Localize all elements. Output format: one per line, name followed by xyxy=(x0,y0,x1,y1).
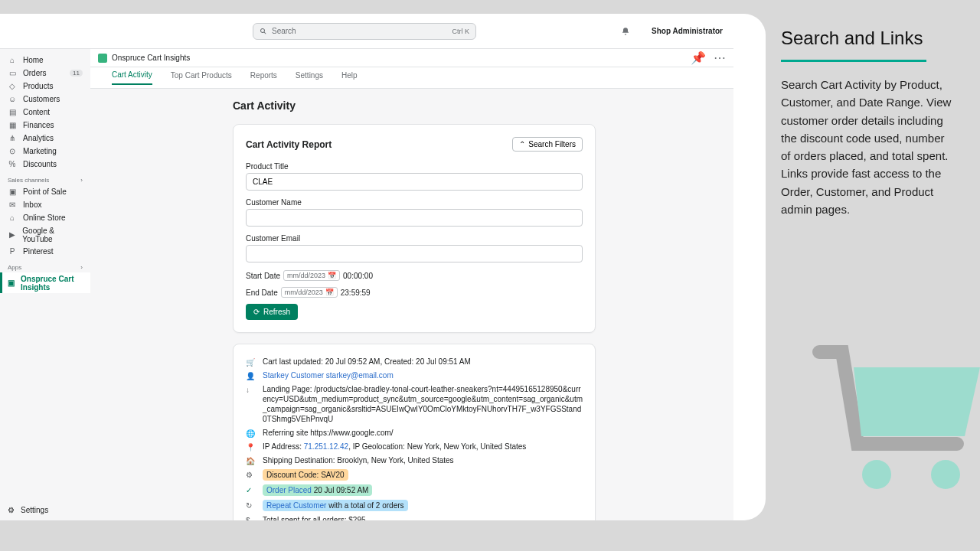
cart-icon: 🛒 xyxy=(246,357,255,367)
orders-badge: 11 xyxy=(70,70,83,77)
app-frame: Search Ctrl K Shop Administrator ⌂Home ▭… xyxy=(0,14,733,520)
product-title-label: Product Title xyxy=(246,162,583,171)
svg-point-1 xyxy=(931,460,960,489)
nav-customers[interactable]: ☺Customers xyxy=(0,93,90,106)
start-date-input[interactable]: mm/dd/2023 📅 xyxy=(283,270,340,281)
user-icon: 👤 xyxy=(246,371,255,380)
start-date-row: Start Date mm/dd/2023 📅 00:00:00 xyxy=(246,270,583,281)
nav-pos[interactable]: ▣Point of Sale xyxy=(0,185,90,198)
nav-finances[interactable]: ▦Finances xyxy=(0,119,90,132)
nav-content[interactable]: ▤Content xyxy=(0,106,90,119)
tab-settings[interactable]: Settings xyxy=(296,71,323,84)
products-icon: ◇ xyxy=(8,82,17,91)
apps-header: Apps› xyxy=(0,258,90,272)
tab-reports[interactable]: Reports xyxy=(250,71,277,84)
content-icon: ▤ xyxy=(8,108,17,117)
nav-online-store[interactable]: ⌂Online Store xyxy=(0,211,90,224)
app-header: Onspruce Cart Insights 📌 ⋯ xyxy=(90,49,733,67)
nav-orders[interactable]: ▭Orders11 xyxy=(0,67,90,80)
sales-channels-header: Sales channels› xyxy=(0,171,90,185)
nav-inbox[interactable]: ✉Inbox xyxy=(0,198,90,211)
customer-link[interactable]: Starkey Customer xyxy=(263,371,324,380)
svg-point-0 xyxy=(862,460,891,489)
nav-home[interactable]: ⌂Home xyxy=(0,54,90,67)
global-search[interactable]: Search Ctrl K xyxy=(253,23,476,40)
customer-email-link[interactable]: starkey@email.com xyxy=(326,371,394,380)
app-logo xyxy=(98,54,107,63)
shipping-icon: 🏠 xyxy=(246,456,255,465)
finances-icon: ▦ xyxy=(8,121,17,130)
topbar: Search Ctrl K Shop Administrator xyxy=(0,14,733,49)
google-icon: ▶ xyxy=(8,230,16,240)
refresh-icon: ⟳ xyxy=(253,308,260,316)
repeat-icon: ↻ xyxy=(246,500,255,510)
shipping-dest: Shipping Destination: Brooklyn, New York… xyxy=(263,455,454,465)
home-icon: ⌂ xyxy=(8,56,17,65)
refresh-button[interactable]: ⟳ Refresh xyxy=(246,304,298,320)
search-shortcut: Ctrl K xyxy=(452,28,470,35)
nav-products[interactable]: ◇Products xyxy=(0,80,90,93)
app-icon: ▣ xyxy=(8,279,15,288)
customer-email-label: Customer Email xyxy=(246,234,583,243)
search-filters-button[interactable]: ⌃ Search Filters xyxy=(512,137,583,152)
search-icon xyxy=(260,28,267,35)
tab-help[interactable]: Help xyxy=(341,71,358,84)
product-title-input[interactable] xyxy=(246,173,583,191)
report-title: Cart Activity Report xyxy=(246,139,332,150)
orders-icon: ▭ xyxy=(8,69,17,78)
ip-link[interactable]: 71.251.12.42 xyxy=(304,442,348,451)
order-placed-pill: Order Placed 20 Jul 09:52 AM xyxy=(263,484,372,496)
chevron-up-icon: ⌃ xyxy=(519,140,525,148)
marketing-panel: Search and Links Search Cart Activity by… xyxy=(766,0,980,551)
total-spent: Total spent for all orders: $295 xyxy=(263,515,366,520)
panel-divider xyxy=(781,60,926,62)
calendar-icon: 📅 xyxy=(325,289,334,296)
nav-settings[interactable]: ⚙Settings xyxy=(8,506,48,514)
tag-icon: ⚙ xyxy=(246,470,255,479)
nav-pinterest[interactable]: PPinterest xyxy=(0,245,90,258)
nav-app-onspruce[interactable]: ▣Onspruce Cart Insights xyxy=(0,272,90,293)
browser-frame: Search Ctrl K Shop Administrator ⌂Home ▭… xyxy=(0,14,766,520)
app-name: Onspruce Cart Insights xyxy=(112,54,190,62)
calendar-icon: 📅 xyxy=(328,272,336,279)
discounts-icon: % xyxy=(8,160,17,169)
more-icon[interactable]: ⋯ xyxy=(714,51,726,65)
pos-icon: ▣ xyxy=(8,187,17,197)
discount-pill: Discount Code: SAV20 xyxy=(263,469,348,481)
nav-marketing[interactable]: ⊙Marketing xyxy=(0,145,90,158)
nav-google-youtube[interactable]: ▶Google & YouTube xyxy=(0,224,90,245)
cart-updated: Cart last updated: 20 Jul 09:52 AM, Crea… xyxy=(263,357,471,367)
repeat-pill: Repeat Customer with a total of 2 orders xyxy=(263,500,408,511)
panel-title: Search and Links xyxy=(781,28,957,49)
search-placeholder: Search xyxy=(272,27,296,35)
tab-top-cart-products[interactable]: Top Cart Products xyxy=(171,71,232,84)
end-date-input[interactable]: mm/dd/2023 📅 xyxy=(281,287,338,298)
landing-page: Landing Page: /products/clae-bradley-ton… xyxy=(263,384,583,424)
report-card: Cart Activity Report ⌃ Search Filters Pr… xyxy=(233,124,596,333)
store-icon: ⌂ xyxy=(8,214,17,223)
check-icon: ✓ xyxy=(246,485,255,494)
nav-analytics[interactable]: ⋔Analytics xyxy=(0,132,90,145)
panel-body: Search Cart Activity by Product, Custome… xyxy=(781,76,957,218)
money-icon: $ xyxy=(246,516,255,520)
globe-icon: 🌐 xyxy=(246,429,255,438)
app-tabs: Cart Activity Top Cart Products Reports … xyxy=(90,67,733,89)
end-date-row: End Date mm/dd/2023 📅 23:59:59 xyxy=(246,287,583,298)
landing-icon: ↓ xyxy=(246,385,255,394)
side-nav: ⌂Home ▭Orders11 ◇Products ☺Customers ▤Co… xyxy=(0,49,90,520)
pin-icon[interactable]: 📌 xyxy=(691,51,706,65)
notification-icon[interactable] xyxy=(621,27,630,36)
inbox-icon: ✉ xyxy=(8,201,17,210)
user-name[interactable]: Shop Administrator xyxy=(652,27,723,35)
customers-icon: ☺ xyxy=(8,95,17,104)
analytics-icon: ⋔ xyxy=(8,134,17,143)
tab-cart-activity[interactable]: Cart Activity xyxy=(112,70,152,85)
page-title: Cart Activity xyxy=(233,99,596,112)
page-content: Cart Activity Cart Activity Report ⌃ Sea… xyxy=(90,89,733,520)
nav-discounts[interactable]: %Discounts xyxy=(0,158,90,171)
gear-icon: ⚙ xyxy=(8,506,15,514)
customer-email-input[interactable] xyxy=(246,245,583,262)
customer-name-input[interactable] xyxy=(246,209,583,227)
customer-name-label: Customer Name xyxy=(246,198,583,207)
location-icon: 📍 xyxy=(246,442,255,452)
